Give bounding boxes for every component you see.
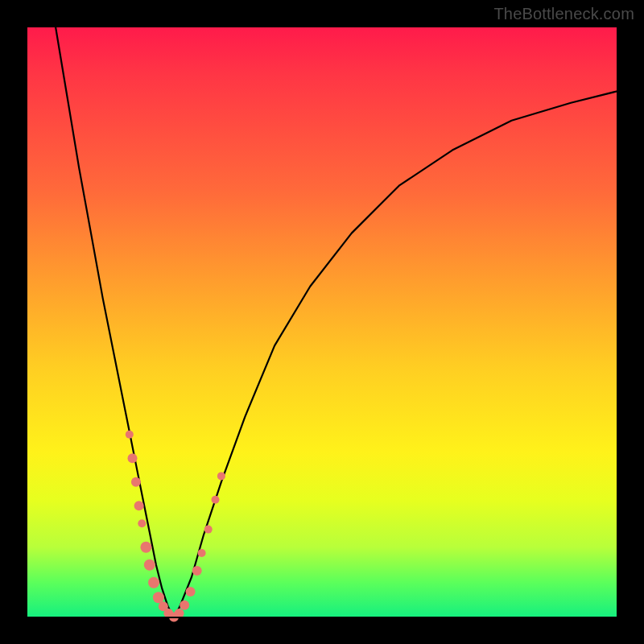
- watermark-text: TheBottleneck.com: [493, 5, 634, 23]
- chart-frame: TheBottleneck.com: [0, 0, 644, 644]
- plot-border: [26, 26, 618, 618]
